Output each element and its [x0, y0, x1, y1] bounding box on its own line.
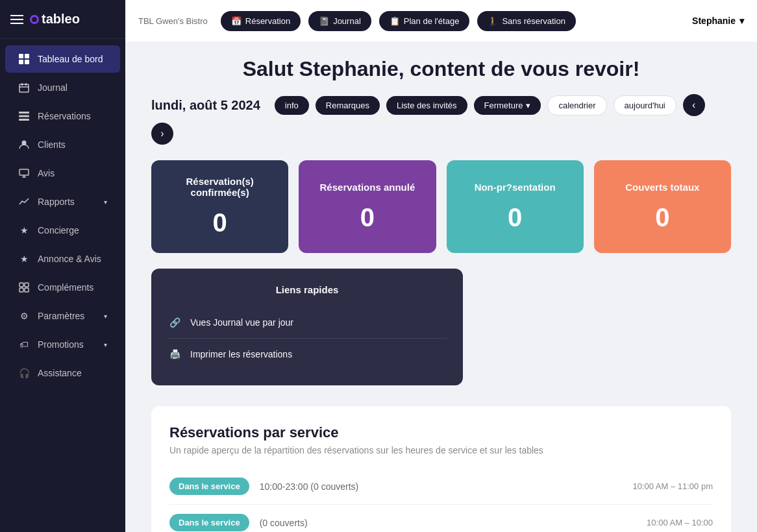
sidebar-logo-area: tableo	[0, 0, 125, 39]
service-section: Réservations par service Un rapide aperç…	[151, 406, 731, 532]
user-icon	[18, 139, 30, 151]
quick-link-imprimer[interactable]: 🖨️ Imprimer les réservations	[167, 339, 447, 370]
sidebar-item-promotions[interactable]: 🏷 Promotions ▾	[5, 331, 120, 358]
sidebar-item-annonce[interactable]: ★ Annonce & Avis	[5, 245, 120, 272]
puzzle-icon	[18, 282, 30, 293]
svg-rect-8	[19, 112, 29, 114]
sidebar-item-dashboard[interactable]: Tableau de bord	[5, 45, 120, 73]
stat-label: Couverts totaux	[625, 182, 699, 193]
service-time: 10:00-23:00 (0 couverts)	[260, 481, 623, 492]
stat-label: Non-pr?sentation	[475, 182, 556, 193]
hamburger-icon[interactable]	[10, 15, 23, 24]
chevron-down-icon: ▾	[526, 101, 530, 110]
svg-rect-18	[25, 288, 29, 292]
svg-rect-16	[25, 283, 29, 287]
service-badge: Dans le service	[169, 478, 249, 495]
svg-rect-12	[19, 169, 29, 175]
current-date: lundi, août 5 2024	[151, 98, 260, 113]
sidebar-item-journal[interactable]: Journal	[5, 74, 120, 101]
reservation-button[interactable]: 📅 Réservation	[221, 11, 301, 31]
sidebar-item-label: Journal	[38, 82, 68, 93]
tag-icon: 🏷	[18, 339, 30, 350]
walk-icon: 🚶	[488, 16, 498, 26]
chevron-down-icon: ▾	[104, 199, 107, 206]
restaurant-name: TBL Gwen's Bistro	[138, 16, 208, 26]
sidebar-item-concierge[interactable]: ★ Concierge	[5, 217, 120, 244]
svg-rect-3	[25, 60, 29, 64]
stat-value: 0	[213, 208, 227, 237]
stat-card-confirmed: Réservation(s) confirmée(s) 0	[151, 160, 288, 253]
monitor-icon	[18, 167, 30, 179]
sidebar-item-label: Compléments	[38, 282, 93, 293]
liste-invites-button[interactable]: Liste des invités	[386, 96, 467, 115]
sidebar-item-parametres[interactable]: ⚙ Paramètres ▾	[5, 302, 120, 330]
logo: tableo	[30, 12, 80, 27]
prev-day-button[interactable]: ‹	[683, 94, 705, 116]
sidebar-item-label: Rapports	[38, 197, 75, 207]
chevron-down-icon: ▾	[104, 341, 107, 348]
sidebar-item-reservations[interactable]: Réservations	[5, 103, 120, 130]
svg-rect-1	[25, 54, 29, 58]
aujourdhui-button[interactable]: aujourd'hui	[614, 95, 676, 115]
svg-rect-15	[19, 283, 23, 287]
sidebar-item-label: Paramètres	[38, 311, 84, 321]
service-item: Dans le service (0 couverts) 10:00 AM – …	[169, 505, 713, 532]
svg-rect-9	[19, 115, 29, 117]
service-item: Dans le service 10:00-23:00 (0 couverts)…	[169, 468, 713, 505]
plan-button[interactable]: 📋 Plan de l'étage	[379, 11, 470, 31]
print-icon: 🖨️	[167, 346, 182, 362]
service-subtitle: Un rapide aperçu de la répartition des r…	[169, 445, 713, 455]
quick-links-title: Liens rapides	[167, 284, 447, 295]
quick-link-label: Vues Journal vue par jour	[190, 317, 293, 328]
link-icon: 🔗	[167, 315, 182, 330]
stat-label: Réservations annulé	[320, 182, 416, 193]
topnav: TBL Gwen's Bistro 📅 Réservation 📓 Journa…	[125, 0, 757, 42]
stat-value: 0	[360, 203, 375, 232]
svg-rect-0	[19, 54, 23, 58]
svg-rect-10	[19, 119, 29, 121]
sidebar-item-label: Assistance	[38, 368, 82, 378]
stat-card-cancelled: Réservations annulé 0	[299, 160, 436, 253]
calendrier-button[interactable]: calendrier	[547, 95, 606, 115]
sidebar-item-label: Promotions	[38, 339, 84, 350]
svg-rect-4	[19, 84, 29, 92]
info-button[interactable]: info	[275, 96, 309, 115]
sidebar-item-clients[interactable]: Clients	[5, 131, 120, 158]
stats-row: Réservation(s) confirmée(s) 0 Réservatio…	[151, 160, 731, 253]
quick-link-vues[interactable]: 🔗 Vues Journal vue par jour	[167, 307, 447, 339]
sidebar-item-label: Tableau de bord	[38, 54, 103, 64]
sidebar-item-rapports[interactable]: Rapports ▾	[5, 188, 120, 215]
gear-icon: ⚙	[18, 310, 30, 322]
sidebar-item-label: Concierge	[38, 225, 79, 236]
date-filter-row: lundi, août 5 2024 info Remarques Liste …	[151, 94, 731, 145]
sidebar-item-assistance[interactable]: 🎧 Assistance	[5, 359, 120, 387]
fermeture-button[interactable]: Fermeture ▾	[474, 96, 541, 115]
calendar-icon	[18, 82, 30, 93]
sans-reservation-button[interactable]: 🚶 Sans réservation	[477, 11, 576, 31]
logo-circle	[30, 15, 39, 24]
grid-icon	[18, 53, 30, 65]
remarques-button[interactable]: Remarques	[316, 96, 380, 115]
stat-label: Réservation(s) confirmée(s)	[164, 176, 275, 198]
svg-rect-2	[19, 60, 23, 64]
sidebar-item-label: Réservations	[38, 111, 91, 121]
service-badge: Dans le service	[169, 514, 249, 531]
calendar-icon: 📅	[231, 16, 242, 26]
headset-icon: 🎧	[18, 367, 30, 379]
list-icon	[18, 110, 30, 122]
journal-icon: 📓	[319, 16, 329, 26]
stat-value: 0	[508, 203, 522, 232]
sidebar-item-complements[interactable]: Compléments	[5, 274, 120, 301]
sidebar: tableo Tableau de bord Journal	[0, 0, 125, 532]
sidebar-item-label: Avis	[38, 168, 55, 178]
user-menu[interactable]: Stephanie ▾	[692, 16, 744, 26]
journal-button[interactable]: 📓 Journal	[308, 11, 371, 31]
sidebar-item-label: Clients	[38, 139, 66, 150]
chart-icon	[18, 196, 30, 208]
sidebar-item-label: Annonce & Avis	[38, 254, 101, 264]
sidebar-nav: Tableau de bord Journal R	[0, 39, 125, 532]
service-title: Réservations par service	[169, 424, 713, 441]
quick-links-panel: Liens rapides 🔗 Vues Journal vue par jou…	[151, 269, 463, 385]
next-day-button[interactable]: ›	[151, 123, 173, 145]
sidebar-item-avis[interactable]: Avis	[5, 160, 120, 187]
